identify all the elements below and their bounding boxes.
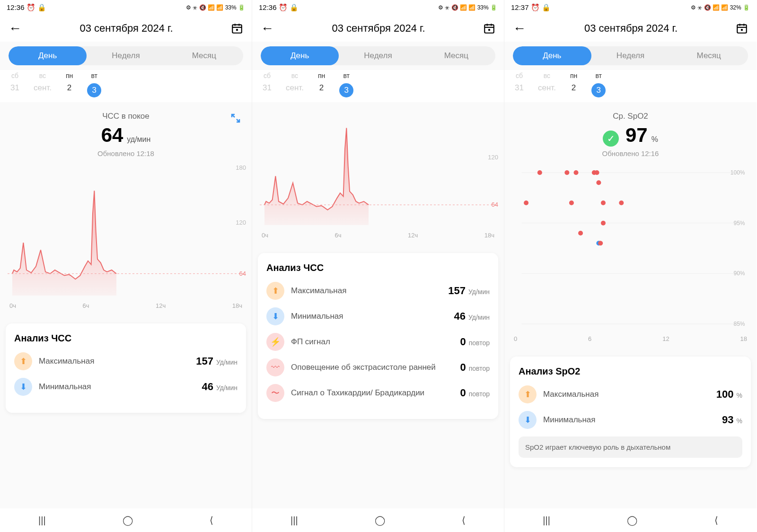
summary-block: ЧСС в покое 64уд/мин Обновлено 12:18 (0, 102, 252, 163)
hr-chart[interactable]: 64 120 (256, 102, 500, 230)
row-value: 93 (722, 414, 733, 426)
alert-icon: ⚡ (266, 333, 284, 351)
day-picker: сб31вссент.пн2вт3 (504, 70, 757, 102)
nav-back[interactable]: ⟨ (714, 515, 718, 526)
analysis-row: ⬆ Максимальная 157Уд/мин (266, 282, 490, 300)
back-button[interactable]: ← (9, 21, 22, 36)
row-value: 157 (448, 285, 466, 297)
tab-1[interactable]: Неделя (591, 46, 670, 65)
nav-recent[interactable]: ||| (290, 515, 298, 526)
back-button[interactable]: ← (513, 21, 526, 36)
nav-recent[interactable]: ||| (543, 515, 550, 526)
status-icons: ⚙ ⚹ 🔇 📶 📶 33% 🔋 (186, 4, 245, 11)
tab-0[interactable]: День (261, 46, 339, 65)
analysis-row: ⬆ Максимальная 100% (519, 385, 742, 403)
day-item[interactable]: вт3 (87, 72, 101, 97)
status-time: 12:36 ⏰ 🔒 (259, 3, 299, 12)
app-header: ← 03 сентября 2024 г. (504, 15, 757, 42)
nav-back[interactable]: ⟨ (210, 515, 213, 526)
expand-icon[interactable] (230, 113, 241, 124)
screen-1: 12:36 ⏰ 🔒 ⚙ ⚹ 🔇 📶 📶 33% 🔋 ← 03 сентября … (0, 0, 252, 532)
min-icon: ⬇ (519, 411, 537, 429)
card-title: Анализ ЧСС (266, 262, 490, 273)
row-label: Минимальная (39, 382, 195, 392)
back-button[interactable]: ← (261, 21, 274, 36)
screen-2: 12:36 ⏰ 🔒 ⚙ ⚹ 🔇 📶 📶 33% 🔋 ← 03 сентября … (252, 0, 504, 532)
tab-1[interactable]: Неделя (87, 46, 165, 65)
spo2-chart[interactable]: 85%90%95%100% (508, 163, 753, 333)
day-item[interactable]: пн2 (66, 72, 73, 97)
status-bar: 12:37 ⏰ 🔒 ⚙ ⚹ 🔇 📶 📶 32% 🔋 (504, 0, 757, 15)
analysis-card: Анализ SpO2 ⬆ Максимальная 100% ⬇ Минима… (510, 357, 751, 467)
page-title: 03 сентября 2024 г. (22, 22, 231, 35)
analysis-row: ⬇ Минимальная 93% (519, 411, 742, 429)
row-label: ФП сигнал (291, 337, 453, 347)
tab-2[interactable]: Месяц (417, 46, 495, 65)
status-bar: 12:36 ⏰ 🔒 ⚙ ⚹ 🔇 📶 📶 33% 🔋 (0, 0, 252, 15)
tab-1[interactable]: Неделя (339, 46, 417, 65)
day-item[interactable]: пн2 (318, 72, 325, 97)
row-value: 0 (460, 361, 466, 373)
day-item[interactable]: сб31 (515, 72, 524, 97)
day-item[interactable]: сб31 (263, 72, 272, 97)
y-tick-180: 180 (236, 164, 246, 171)
summary-label: Ср. SpO2 (504, 112, 757, 121)
day-item[interactable]: вт3 (339, 72, 353, 97)
analysis-row: ⚡ ФП сигнал 0повтор (266, 333, 490, 351)
svg-text:90%: 90% (733, 270, 745, 277)
row-label: Оповещение об экстрасистоле ранней (291, 363, 453, 372)
system-navbar: ||| ◯ ⟨ (504, 508, 757, 532)
x-axis: 0ч6ч12ч18ч (0, 300, 252, 315)
max-icon: ⬆ (519, 385, 537, 403)
analysis-card: Анализ ЧСС ⬆ Максимальная 157Уд/мин ⬇ Ми… (6, 323, 246, 413)
svg-point-16 (741, 29, 743, 31)
day-item[interactable]: вссент. (34, 72, 52, 97)
nav-back[interactable]: ⟨ (462, 515, 466, 526)
day-item[interactable]: пн2 (570, 72, 577, 97)
tab-0[interactable]: День (9, 46, 87, 65)
row-label: Минимальная (291, 312, 447, 321)
min-icon: ⬇ (266, 307, 284, 325)
svg-text:100%: 100% (731, 169, 745, 176)
day-item[interactable]: вссент. (538, 72, 556, 97)
summary-updated: Обновлено 12:16 (504, 149, 757, 157)
y-tick-64: 64 (239, 270, 246, 277)
screen-3: 12:37 ⏰ 🔒 ⚙ ⚹ 🔇 📶 📶 32% 🔋 ← 03 сентября … (504, 0, 757, 532)
tab-2[interactable]: Месяц (669, 46, 748, 65)
svg-point-25 (524, 201, 528, 205)
nav-home[interactable]: ◯ (123, 515, 133, 526)
calendar-icon[interactable] (736, 22, 748, 35)
tab-2[interactable]: Месяц (165, 46, 243, 65)
row-label: Максимальная (39, 357, 189, 366)
nav-home[interactable]: ◯ (375, 515, 385, 526)
row-label: Максимальная (291, 286, 441, 296)
max-icon: ⬆ (266, 282, 284, 300)
day-item[interactable]: вт3 (591, 72, 606, 97)
analysis-row: ⬆ Максимальная 157Уд/мин (14, 352, 238, 370)
row-label: Минимальная (543, 415, 715, 425)
row-value: 157 (196, 355, 213, 367)
x-axis: 061218 (504, 333, 757, 348)
card-title: Анализ SpO2 (519, 366, 742, 377)
svg-point-36 (601, 201, 606, 205)
tab-0[interactable]: День (513, 46, 591, 65)
page-title: 03 сентября 2024 г. (526, 22, 736, 35)
nav-recent[interactable]: ||| (38, 515, 46, 526)
row-value: 0 (460, 336, 466, 348)
svg-point-35 (598, 241, 603, 245)
svg-point-38 (619, 201, 624, 205)
nav-home[interactable]: ◯ (627, 515, 637, 526)
calendar-icon[interactable] (483, 22, 495, 35)
card-title: Анализ ЧСС (14, 333, 238, 344)
calendar-icon[interactable] (231, 22, 243, 35)
day-item[interactable]: вссент. (286, 72, 304, 97)
day-item[interactable]: сб31 (10, 72, 19, 97)
hr-chart[interactable]: 64 120 180 (4, 163, 248, 300)
row-value: 0 (460, 387, 466, 399)
alert-icon: 〰 (266, 358, 284, 376)
summary-value: 97 (625, 124, 648, 147)
system-navbar: ||| ◯ ⟨ (252, 508, 504, 532)
svg-point-26 (537, 170, 542, 175)
analysis-card: Анализ ЧСС ⬆ Максимальная 157Уд/мин ⬇ Ми… (258, 253, 498, 419)
svg-point-10 (488, 29, 490, 31)
